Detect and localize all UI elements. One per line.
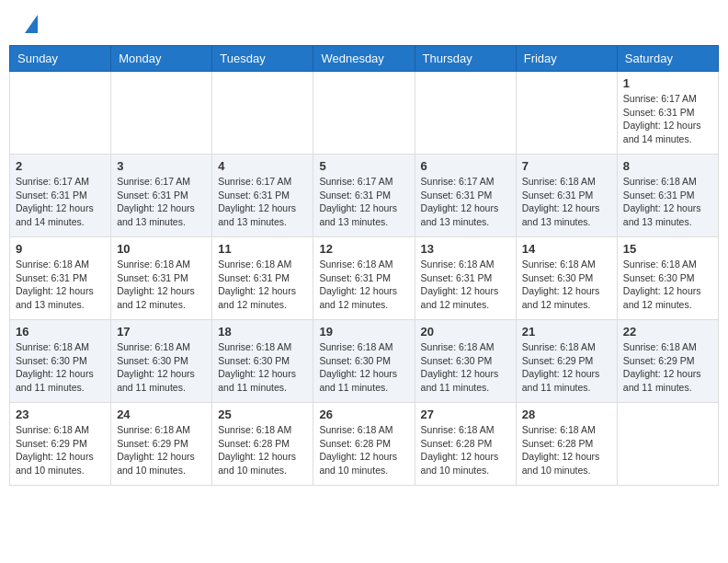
calendar-cell: 3Sunrise: 6:17 AM Sunset: 6:31 PM Daylig…: [111, 155, 212, 237]
calendar-cell: 18Sunrise: 6:18 AM Sunset: 6:30 PM Dayli…: [212, 320, 313, 403]
calendar-cell: 21Sunrise: 6:18 AM Sunset: 6:29 PM Dayli…: [516, 320, 617, 403]
day-number: 11: [218, 242, 307, 256]
calendar-cell: 24Sunrise: 6:18 AM Sunset: 6:29 PM Dayli…: [111, 403, 212, 486]
day-info: Sunrise: 6:18 AM Sunset: 6:30 PM Dayligh…: [421, 340, 510, 395]
day-number: 2: [16, 159, 105, 173]
day-number: 22: [623, 325, 712, 339]
day-info: Sunrise: 6:18 AM Sunset: 6:31 PM Dayligh…: [522, 175, 611, 229]
day-number: 13: [421, 242, 510, 256]
day-info: Sunrise: 6:18 AM Sunset: 6:29 PM Dayligh…: [623, 340, 712, 395]
day-number: 19: [319, 325, 408, 339]
day-number: 18: [218, 325, 307, 339]
day-number: 24: [117, 408, 206, 421]
day-number: 4: [218, 159, 307, 173]
calendar-header-row: SundayMondayTuesdayWednesdayThursdayFrid…: [10, 46, 719, 72]
day-number: 7: [522, 159, 611, 173]
calendar-week-row: 23Sunrise: 6:18 AM Sunset: 6:29 PM Dayli…: [10, 403, 719, 486]
calendar-cell: 20Sunrise: 6:18 AM Sunset: 6:30 PM Dayli…: [415, 320, 516, 403]
calendar-cell: [111, 72, 212, 155]
day-info: Sunrise: 6:17 AM Sunset: 6:31 PM Dayligh…: [16, 175, 105, 229]
logo: [23, 18, 38, 33]
calendar-cell: 27Sunrise: 6:18 AM Sunset: 6:28 PM Dayli…: [415, 403, 516, 486]
calendar-cell: 11Sunrise: 6:18 AM Sunset: 6:31 PM Dayli…: [212, 237, 313, 320]
day-number: 1: [623, 76, 712, 90]
day-info: Sunrise: 6:18 AM Sunset: 6:28 PM Dayligh…: [218, 423, 307, 477]
day-number: 17: [117, 325, 206, 339]
calendar-cell: 4Sunrise: 6:17 AM Sunset: 6:31 PM Daylig…: [212, 155, 313, 237]
day-number: 27: [421, 408, 510, 421]
day-number: 6: [421, 159, 510, 173]
calendar-cell: 26Sunrise: 6:18 AM Sunset: 6:28 PM Dayli…: [313, 403, 415, 486]
calendar-cell: 6Sunrise: 6:17 AM Sunset: 6:31 PM Daylig…: [415, 155, 516, 237]
day-info: Sunrise: 6:18 AM Sunset: 6:31 PM Dayligh…: [623, 175, 712, 229]
calendar-cell: 14Sunrise: 6:18 AM Sunset: 6:30 PM Dayli…: [516, 237, 617, 320]
calendar-cell: 23Sunrise: 6:18 AM Sunset: 6:29 PM Dayli…: [10, 403, 111, 486]
day-number: 3: [117, 159, 206, 173]
day-info: Sunrise: 6:18 AM Sunset: 6:30 PM Dayligh…: [319, 340, 408, 395]
day-info: Sunrise: 6:18 AM Sunset: 6:31 PM Dayligh…: [421, 258, 510, 312]
calendar-cell: 16Sunrise: 6:18 AM Sunset: 6:30 PM Dayli…: [10, 320, 111, 403]
col-header-monday: Monday: [111, 46, 212, 72]
day-info: Sunrise: 6:18 AM Sunset: 6:31 PM Dayligh…: [319, 258, 408, 312]
calendar-cell: 7Sunrise: 6:18 AM Sunset: 6:31 PM Daylig…: [516, 155, 617, 237]
calendar-cell: [415, 72, 516, 155]
calendar-cell: 25Sunrise: 6:18 AM Sunset: 6:28 PM Dayli…: [212, 403, 313, 486]
day-info: Sunrise: 6:18 AM Sunset: 6:30 PM Dayligh…: [117, 340, 206, 395]
day-number: 16: [16, 325, 105, 339]
calendar-table: SundayMondayTuesdayWednesdayThursdayFrid…: [9, 45, 719, 486]
calendar-cell: 2Sunrise: 6:17 AM Sunset: 6:31 PM Daylig…: [10, 155, 111, 237]
day-info: Sunrise: 6:18 AM Sunset: 6:30 PM Dayligh…: [218, 340, 307, 395]
logo-arrow-icon: [25, 15, 38, 33]
day-number: 28: [522, 408, 611, 421]
calendar-week-row: 1Sunrise: 6:17 AM Sunset: 6:31 PM Daylig…: [10, 72, 719, 155]
day-info: Sunrise: 6:17 AM Sunset: 6:31 PM Dayligh…: [218, 175, 307, 229]
day-number: 12: [319, 242, 408, 256]
calendar-week-row: 16Sunrise: 6:18 AM Sunset: 6:30 PM Dayli…: [10, 320, 719, 403]
day-number: 21: [522, 325, 611, 339]
day-info: Sunrise: 6:17 AM Sunset: 6:31 PM Dayligh…: [623, 92, 712, 146]
day-info: Sunrise: 6:18 AM Sunset: 6:31 PM Dayligh…: [117, 258, 206, 312]
col-header-thursday: Thursday: [415, 46, 516, 72]
day-info: Sunrise: 6:18 AM Sunset: 6:31 PM Dayligh…: [16, 258, 105, 312]
calendar-cell: 28Sunrise: 6:18 AM Sunset: 6:28 PM Dayli…: [516, 403, 617, 486]
day-info: Sunrise: 6:18 AM Sunset: 6:29 PM Dayligh…: [522, 340, 611, 395]
calendar-cell: 5Sunrise: 6:17 AM Sunset: 6:31 PM Daylig…: [313, 155, 415, 237]
svg-marker-0: [25, 15, 38, 33]
calendar-cell: 12Sunrise: 6:18 AM Sunset: 6:31 PM Dayli…: [313, 237, 415, 320]
day-number: 9: [16, 242, 105, 256]
day-number: 26: [319, 408, 408, 421]
day-number: 15: [623, 242, 712, 256]
day-info: Sunrise: 6:18 AM Sunset: 6:30 PM Dayligh…: [522, 258, 611, 312]
calendar-cell: 15Sunrise: 6:18 AM Sunset: 6:30 PM Dayli…: [617, 237, 718, 320]
calendar-cell: [516, 72, 617, 155]
calendar-cell: 17Sunrise: 6:18 AM Sunset: 6:30 PM Dayli…: [111, 320, 212, 403]
calendar-week-row: 9Sunrise: 6:18 AM Sunset: 6:31 PM Daylig…: [10, 237, 719, 320]
day-info: Sunrise: 6:18 AM Sunset: 6:29 PM Dayligh…: [16, 423, 105, 477]
calendar-cell: 19Sunrise: 6:18 AM Sunset: 6:30 PM Dayli…: [313, 320, 415, 403]
day-info: Sunrise: 6:18 AM Sunset: 6:28 PM Dayligh…: [522, 423, 611, 477]
page-header: [9, 9, 719, 38]
calendar-cell: 13Sunrise: 6:18 AM Sunset: 6:31 PM Dayli…: [415, 237, 516, 320]
day-info: Sunrise: 6:18 AM Sunset: 6:30 PM Dayligh…: [623, 258, 712, 312]
day-number: 25: [218, 408, 307, 421]
day-number: 5: [319, 159, 408, 173]
calendar-cell: 1Sunrise: 6:17 AM Sunset: 6:31 PM Daylig…: [617, 72, 718, 155]
day-info: Sunrise: 6:17 AM Sunset: 6:31 PM Dayligh…: [319, 175, 408, 229]
day-number: 23: [16, 408, 105, 421]
day-info: Sunrise: 6:17 AM Sunset: 6:31 PM Dayligh…: [421, 175, 510, 229]
calendar-cell: 9Sunrise: 6:18 AM Sunset: 6:31 PM Daylig…: [10, 237, 111, 320]
day-info: Sunrise: 6:18 AM Sunset: 6:30 PM Dayligh…: [16, 340, 105, 395]
calendar-cell: [313, 72, 415, 155]
calendar-cell: 8Sunrise: 6:18 AM Sunset: 6:31 PM Daylig…: [617, 155, 718, 237]
calendar-week-row: 2Sunrise: 6:17 AM Sunset: 6:31 PM Daylig…: [10, 155, 719, 237]
day-number: 20: [421, 325, 510, 339]
col-header-sunday: Sunday: [10, 46, 111, 72]
day-number: 8: [623, 159, 712, 173]
col-header-friday: Friday: [516, 46, 617, 72]
calendar-cell: [10, 72, 111, 155]
calendar-cell: 22Sunrise: 6:18 AM Sunset: 6:29 PM Dayli…: [617, 320, 718, 403]
calendar-cell: [212, 72, 313, 155]
day-number: 14: [522, 242, 611, 256]
calendar-cell: 10Sunrise: 6:18 AM Sunset: 6:31 PM Dayli…: [111, 237, 212, 320]
day-info: Sunrise: 6:17 AM Sunset: 6:31 PM Dayligh…: [117, 175, 206, 229]
